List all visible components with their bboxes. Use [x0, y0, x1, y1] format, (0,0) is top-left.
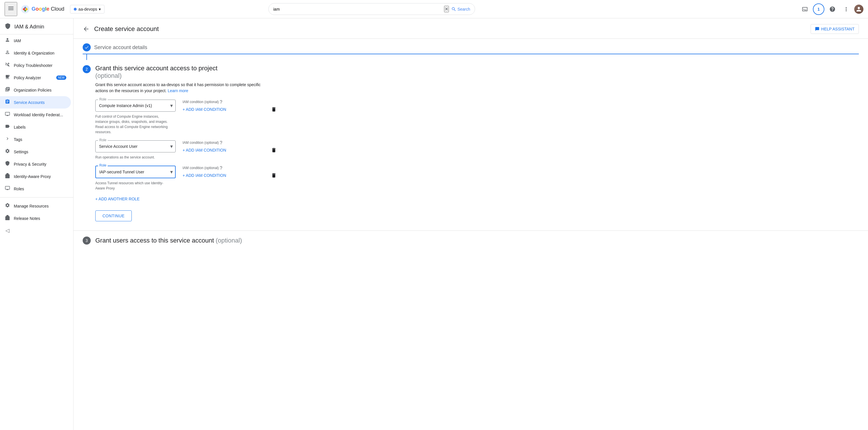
search-button[interactable]: Search [451, 7, 470, 12]
shield-icon [5, 23, 11, 31]
help-assistant-button[interactable]: HELP ASSISTANT [811, 24, 859, 34]
assignment-icon [5, 99, 10, 105]
role-description-3: Access Tunnel resources which use Identi… [95, 181, 170, 191]
step2-optional: (optional) [95, 72, 122, 79]
sidebar-item-identity-org[interactable]: Identity & Organization [0, 47, 71, 59]
page-header: Create service account HELP ASSISTANT [73, 19, 868, 39]
step1-checkmark [83, 43, 91, 51]
sidebar-item-labels[interactable]: Labels [0, 121, 71, 133]
step3-optional: (optional) [216, 237, 242, 244]
role-description-1: Full control of Compute Engine instances… [95, 114, 170, 134]
sidebar-item-label: Organization Policies [14, 88, 66, 92]
role-select-1[interactable]: Compute Instance Admin (v1) [95, 100, 176, 112]
chevron-right-icon [5, 136, 10, 143]
steps-container: Service account details 2 Grant this ser… [73, 39, 868, 231]
role-row-1: Role Compute Instance Admin (v1) ▾ Full … [95, 100, 859, 134]
sidebar-item-label: Tags [14, 137, 66, 142]
roles-icon [5, 185, 10, 192]
logo-text: Google Cloud [32, 6, 64, 12]
role-select-2[interactable]: Service Account User [95, 141, 176, 152]
role-delete-2 [270, 141, 278, 156]
help-button[interactable] [827, 3, 838, 15]
sidebar-item-release-notes[interactable]: Release Notes [0, 212, 71, 224]
roles-container: Role Compute Instance Admin (v1) ▾ Full … [95, 100, 859, 191]
iam-condition-help-2[interactable]: ? [220, 141, 222, 146]
role-label-2: Role [98, 138, 107, 142]
project-selector[interactable]: aa-devops ▾ [70, 5, 104, 13]
sidebar-item-identity-aware-proxy[interactable]: Identity-Aware Proxy [0, 170, 71, 183]
sidebar-collapse-button[interactable]: ◁ [0, 224, 71, 237]
sidebar-divider [0, 197, 73, 197]
project-dot [74, 8, 76, 11]
iam-condition-label-2: IAM condition (optional) ? [183, 141, 263, 146]
receipt-icon [5, 74, 10, 81]
role-right-1: IAM condition (optional) ? + ADD IAM CON… [183, 100, 263, 112]
role-label-3: Role [98, 163, 107, 167]
role-row-3: Role IAP-secured Tunnel User ▾ Access Tu… [95, 165, 859, 191]
role-label-1: Role [98, 97, 107, 101]
add-another-role-button[interactable]: + ADD ANOTHER ROLE [95, 196, 140, 201]
step2-header: 2 Grant this service account access to p… [83, 65, 859, 94]
top-nav: Google Cloud aa-devops ▾ ✕ Search 1 [0, 0, 868, 19]
role-select-3[interactable]: IAP-secured Tunnel User [95, 165, 176, 178]
sidebar-item-label: Policy Analyzer [14, 75, 53, 80]
step3-section: 3 Grant users access to this service acc… [73, 231, 868, 250]
sidebar-item-policy-troubleshooter[interactable]: Policy Troubleshooter [0, 59, 71, 71]
delete-role-button-1[interactable] [270, 105, 278, 115]
main-content: Create service account HELP ASSISTANT Se… [73, 19, 868, 430]
delete-role-button-3[interactable] [270, 172, 278, 181]
role-left-1: Role Compute Instance Admin (v1) ▾ Full … [95, 100, 176, 134]
clear-search-button[interactable]: ✕ [444, 6, 449, 12]
menu-button[interactable] [5, 2, 17, 16]
more-button[interactable] [840, 3, 852, 15]
continue-button[interactable]: CONTINUE [95, 210, 132, 221]
step2-number: 2 [83, 65, 91, 73]
add-iam-condition-button-3[interactable]: + ADD IAM CONDITION [183, 173, 226, 178]
role-description-2: Run operations as the service account. [95, 155, 170, 160]
sidebar-item-settings[interactable]: Settings [0, 146, 71, 158]
sidebar-item-manage-resources[interactable]: Manage Resources [0, 200, 71, 212]
new-badge: NEW [56, 75, 66, 80]
project-name: aa-devops [79, 7, 97, 11]
sidebar-item-policy-analyzer[interactable]: Policy Analyzer NEW [0, 71, 71, 84]
learn-more-link[interactable]: Learn more [167, 88, 188, 93]
sidebar-item-tags[interactable]: Tags [0, 133, 71, 146]
search-bar: ✕ Search [268, 3, 475, 15]
iam-condition-label-1: IAM condition (optional) ? [183, 100, 263, 105]
iam-condition-help-3[interactable]: ? [220, 165, 222, 171]
iam-condition-label-3: IAM condition (optional) ? [183, 165, 263, 171]
step-line [86, 54, 87, 60]
terminal-button[interactable] [799, 3, 811, 15]
role-delete-3 [270, 165, 278, 181]
role-left-3: Role IAP-secured Tunnel User ▾ Access Tu… [95, 165, 176, 191]
sidebar-item-org-policies[interactable]: Organization Policies [0, 84, 71, 96]
sidebar-item-roles[interactable]: Roles [0, 183, 71, 195]
sidebar-item-privacy-security[interactable]: Privacy & Security [0, 158, 71, 170]
sidebar-item-iam[interactable]: IAM [0, 34, 71, 47]
settings-icon [5, 148, 10, 155]
iam-condition-help-1[interactable]: ? [220, 100, 222, 105]
monitor-icon [5, 111, 10, 118]
sidebar-item-label: IAM [14, 38, 66, 43]
google-cloud-logo: Google Cloud [21, 5, 64, 14]
add-iam-condition-button-2[interactable]: + ADD IAM CONDITION [183, 148, 226, 152]
person-icon [5, 37, 10, 44]
role-row-2: Role Service Account User ▾ Run operatio… [95, 141, 859, 160]
delete-role-button-2[interactable] [270, 146, 278, 156]
sidebar-item-label: Policy Troubleshooter [14, 63, 66, 68]
avatar[interactable] [854, 5, 863, 14]
back-button[interactable] [83, 26, 90, 32]
app-layout: IAM & Admin IAM Identity & Organization … [0, 19, 868, 430]
step2-title-row: Grant this service account access to pro… [95, 65, 859, 80]
sidebar-item-service-accounts[interactable]: Service Accounts [0, 96, 71, 109]
sidebar-item-workload-identity[interactable]: Workload Identity Federat... [0, 109, 71, 121]
add-iam-condition-button-1[interactable]: + ADD IAM CONDITION [183, 107, 226, 112]
nav-icons: 1 [799, 3, 863, 15]
search-input[interactable] [273, 7, 442, 11]
release-notes-icon [5, 215, 10, 222]
proxy-icon [5, 173, 10, 180]
notification-button[interactable]: 1 [813, 3, 825, 15]
continue-section: CONTINUE [95, 210, 859, 221]
sidebar-item-label: Settings [14, 150, 66, 154]
step2-section: 2 Grant this service account access to p… [83, 60, 859, 221]
